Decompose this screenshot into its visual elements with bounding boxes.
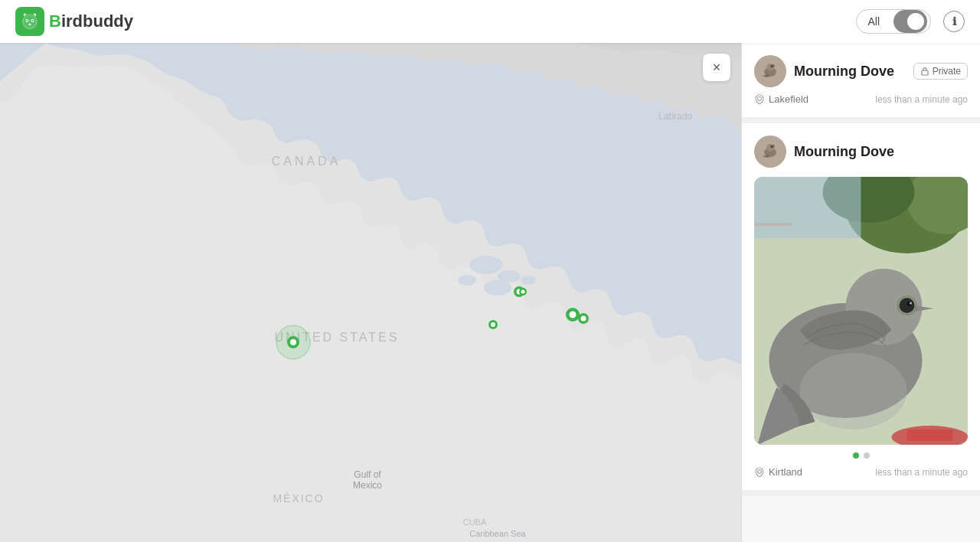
svg-rect-61	[907, 429, 953, 441]
bird-name-2: Mourning Dove	[794, 144, 894, 160]
svg-text:Caribbean Sea: Caribbean Sea	[469, 529, 526, 538]
photo-card: Mourning Dove	[742, 123, 980, 496]
svg-text:Labrado: Labrado	[658, 111, 692, 122]
svg-point-57	[910, 302, 912, 305]
svg-point-28	[570, 312, 577, 318]
all-toggle[interactable]: All	[856, 9, 931, 34]
bird-photo	[754, 177, 968, 445]
location-2: Kirtland	[769, 466, 802, 478]
sighting-card-1: Mourning Dove Private Lakefield less tha…	[742, 43, 980, 123]
svg-text:CUBA: CUBA	[463, 518, 487, 527]
svg-point-24	[290, 339, 296, 345]
svg-point-45	[770, 145, 775, 148]
svg-point-55	[900, 298, 915, 313]
svg-point-11	[484, 280, 511, 295]
bird-avatar-2	[754, 136, 786, 168]
svg-point-41	[758, 96, 762, 100]
svg-point-13	[521, 276, 536, 285]
time-1: less than a minute ago	[875, 94, 968, 105]
map-pin-1[interactable]	[276, 325, 310, 359]
photo-card-meta: Kirtland less than a minute ago	[754, 466, 968, 478]
header: Birdbuddy All ℹ	[0, 0, 980, 43]
dot-1[interactable]	[853, 452, 859, 459]
close-button[interactable]: ×	[703, 54, 730, 81]
logo: Birdbuddy	[15, 7, 133, 36]
svg-text:Gulf of: Gulf of	[354, 469, 381, 480]
svg-point-46	[771, 146, 773, 148]
svg-point-6	[32, 20, 34, 21]
card-1-location: Lakefield	[754, 93, 808, 105]
svg-text:MÉXICO: MÉXICO	[273, 492, 324, 504]
svg-point-34	[521, 290, 525, 294]
svg-point-59	[800, 353, 907, 429]
bird-name-1: Mourning Dove	[794, 64, 894, 80]
location-1: Lakefield	[769, 93, 808, 105]
toggle-switch[interactable]	[893, 10, 927, 33]
svg-rect-51	[754, 177, 861, 238]
svg-point-38	[770, 64, 775, 67]
svg-point-30	[581, 316, 586, 322]
svg-point-32	[491, 322, 495, 327]
toggle-label: All	[857, 15, 890, 28]
svg-text:Mexico: Mexico	[353, 480, 382, 491]
header-right: All ℹ	[856, 9, 965, 34]
svg-rect-52	[754, 223, 792, 226]
card-2-location: Kirtland	[754, 466, 802, 478]
bird-avatar-1	[754, 55, 786, 87]
logo-b: B	[49, 11, 61, 31]
birdbuddy-logo-icon	[15, 7, 44, 36]
close-icon: ×	[713, 60, 721, 76]
dot-2[interactable]	[864, 452, 870, 459]
card-1-header: Mourning Dove Private	[754, 55, 968, 87]
card-1-meta: Lakefield less than a minute ago	[754, 93, 968, 105]
location-icon-2	[754, 467, 765, 478]
svg-point-12	[458, 275, 476, 286]
photo-dots	[754, 452, 968, 459]
logo-text: Birdbuddy	[49, 11, 133, 31]
svg-rect-40	[922, 70, 928, 75]
svg-point-62	[758, 469, 762, 473]
private-badge: Private	[913, 63, 968, 80]
map-svg: Gulf of Mexico CANADA UNITED STATES MÉXI…	[0, 43, 741, 542]
map-pin-4[interactable]	[488, 320, 498, 329]
lock-icon	[920, 67, 929, 76]
location-icon-1	[754, 94, 765, 105]
svg-point-5	[27, 20, 28, 21]
right-panel: Mourning Dove Private Lakefield less tha…	[741, 43, 980, 542]
info-button[interactable]: ℹ	[943, 11, 965, 32]
svg-point-9	[469, 256, 503, 274]
time-2: less than a minute ago	[875, 467, 968, 478]
info-icon: ℹ	[952, 15, 956, 28]
map-area[interactable]: Gulf of Mexico CANADA UNITED STATES MÉXI…	[0, 43, 741, 542]
toggle-knob	[907, 13, 924, 30]
svg-point-39	[771, 66, 773, 67]
map-pin-5[interactable]	[519, 288, 527, 295]
card-1-bird-info: Mourning Dove	[754, 55, 894, 87]
photo-card-header: Mourning Dove	[754, 136, 968, 168]
svg-text:CANADA: CANADA	[272, 155, 341, 168]
private-label: Private	[933, 66, 961, 77]
